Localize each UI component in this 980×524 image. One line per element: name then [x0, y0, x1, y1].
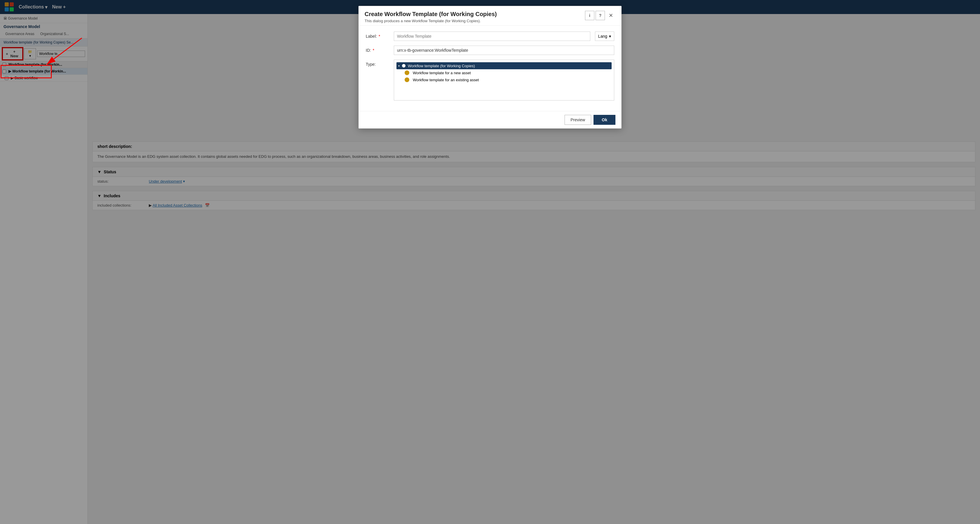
type-label-new-asset: Workflow template for a new asset: [413, 71, 471, 75]
modal-title-area: Create Workflow Template (for Working Co…: [364, 11, 490, 23]
type-field-label: Type:: [366, 60, 389, 67]
type-label-existing-asset: Workflow template for an existing asset: [413, 78, 479, 82]
type-form-row: Type: ▾ ⊙ Workflow template (for Working…: [366, 60, 490, 100]
modal-subtitle: This dialog produces a new Workflow Temp…: [364, 19, 490, 23]
label-field-label: Label: *: [366, 32, 389, 38]
type-tree: ▾ ⊙ Workflow template (for Working Copie…: [394, 60, 490, 100]
type-icon-new-asset: [405, 70, 409, 75]
type-option-existing-asset[interactable]: Workflow template for an existing asset: [396, 76, 490, 83]
type-option-working-copies[interactable]: ▾ ⊙ Workflow template (for Working Copie…: [396, 62, 490, 69]
type-icon-working-copies: ⊙: [401, 64, 406, 68]
label-form-row: Label: * Lang ▾: [366, 32, 490, 41]
id-form-row: ID: *: [366, 46, 490, 55]
create-workflow-template-modal: Create Workflow Template (for Working Co…: [358, 6, 490, 129]
id-required: *: [373, 48, 374, 52]
label-input[interactable]: [394, 32, 490, 41]
modal-header: Create Workflow Template (for Working Co…: [359, 6, 490, 26]
id-field-label: ID: *: [366, 46, 389, 52]
tree-collapse-icon[interactable]: ▾: [398, 64, 400, 68]
modal-overlay: Create Workflow Template (for Working Co…: [0, 0, 490, 262]
label-required: *: [379, 34, 380, 38]
modal-title: Create Workflow Template (for Working Co…: [364, 11, 490, 17]
id-input[interactable]: [394, 46, 490, 55]
modal-body: Label: * Lang ▾ ID: * Type:: [359, 26, 490, 111]
type-icon-existing-asset: [405, 78, 409, 82]
modal-footer: Preview Ok: [359, 111, 490, 128]
type-label-working-copies: Workflow template (for Working Copies): [408, 64, 475, 68]
type-option-new-asset[interactable]: Workflow template for a new asset: [396, 69, 490, 76]
